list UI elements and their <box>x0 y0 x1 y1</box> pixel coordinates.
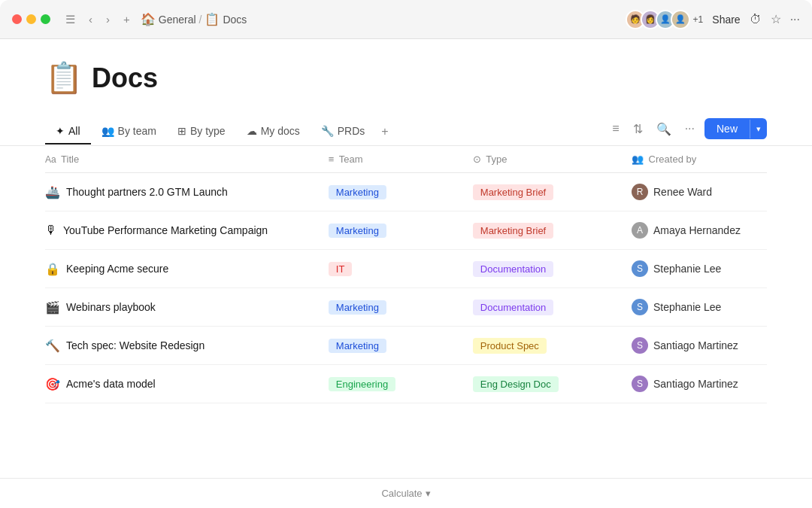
team-tag-3: Marketing <box>329 300 386 315</box>
cell-created-2: S Stephanie Lee <box>623 250 767 288</box>
cell-type-0: Marketing Brief <box>464 173 623 211</box>
star-button[interactable]: ☆ <box>771 12 781 26</box>
creator-avatar-0: R <box>632 184 648 200</box>
tab-prds-label: PRDs <box>338 125 365 137</box>
titlebar-right: 🧑 👩 👤 👤 +1 Share ⏱ ☆ ··· <box>626 10 800 29</box>
breadcrumb-docs[interactable]: Docs <box>223 14 247 26</box>
tab-by-type-icon: ⊞ <box>177 125 186 137</box>
table-header: Aa Title ≡ Team ⊙ Type 👥 Created by <box>45 146 767 173</box>
main-content: 📋 Docs ✦ All 👥 By team ⊞ By type ☁ My do… <box>0 39 812 403</box>
cell-title-0: 🚢 Thought partners 2.0 GTM Launch <box>45 173 320 211</box>
cell-team-2: IT <box>320 250 464 288</box>
cell-created-3: S Stephanie Lee <box>623 288 767 327</box>
type-tag-2: Documentation <box>473 261 553 277</box>
tab-my-docs-icon: ☁ <box>247 125 257 137</box>
row-icon-0: 🚢 <box>45 185 60 199</box>
creator-name-1: Amaya Hernandez <box>653 224 741 236</box>
cell-title-1: 🎙 YouTube Performance Marketing Campaign <box>45 211 320 250</box>
row-icon-1: 🎙 <box>45 224 57 237</box>
page-header: 📋 Docs <box>0 39 812 118</box>
cell-title-3: 🎬 Webinars playbook <box>45 288 320 327</box>
docs-table: Aa Title ≡ Team ⊙ Type 👥 Created by <box>45 146 767 403</box>
page-title: Docs <box>92 62 158 94</box>
row-title-1: YouTube Performance Marketing Campaign <box>63 224 268 236</box>
row-title-0: Thought partners 2.0 GTM Launch <box>66 186 228 198</box>
close-button[interactable] <box>12 14 22 24</box>
tab-prds[interactable]: 🔧 PRDs <box>311 119 376 144</box>
minimize-button[interactable] <box>26 14 36 24</box>
tab-by-team-icon: 👥 <box>102 125 114 137</box>
cell-created-1: A Amaya Hernandez <box>623 211 767 250</box>
table-row[interactable]: 🚢 Thought partners 2.0 GTM Launch Market… <box>45 173 767 211</box>
col-header-type: ⊙ Type <box>464 146 623 173</box>
tab-all[interactable]: ✦ All <box>45 119 91 144</box>
row-title-2: Keeping Acme secure <box>66 263 168 275</box>
traffic-lights <box>12 14 50 24</box>
team-tag-2: IT <box>329 262 353 276</box>
breadcrumb-general[interactable]: General <box>159 14 196 26</box>
cell-created-0: R Renee Ward <box>623 173 767 211</box>
cell-type-5: Eng Design Doc <box>464 365 623 403</box>
avatar-4: 👤 <box>671 10 690 29</box>
type-col-icon: ⊙ <box>473 154 481 165</box>
tab-by-team[interactable]: 👥 By team <box>91 119 167 144</box>
new-button-arrow[interactable]: ▾ <box>750 120 767 138</box>
table-row[interactable]: 🔨 Tech spec: Website Redesign Marketing … <box>45 327 767 365</box>
calculate-button[interactable]: Calculate ▾ <box>381 488 430 499</box>
team-tag-1: Marketing <box>329 224 386 238</box>
cell-team-3: Marketing <box>320 288 464 327</box>
nav-new-button[interactable]: + <box>120 11 133 27</box>
created-col-icon: 👥 <box>632 154 644 165</box>
history-button[interactable]: ⏱ <box>750 13 762 26</box>
sidebar-toggle-button[interactable]: ☰ <box>62 11 78 28</box>
cell-type-2: Documentation <box>464 250 623 288</box>
row-icon-5: 🎯 <box>45 377 60 391</box>
share-button[interactable]: Share <box>712 14 740 26</box>
row-title-3: Webinars playbook <box>66 301 156 313</box>
table-row[interactable]: 🔒 Keeping Acme secure IT Documentation S… <box>45 250 767 288</box>
nav-forward-button[interactable]: › <box>103 11 113 27</box>
creator-name-2: Stephanie Lee <box>653 263 721 275</box>
filter-button[interactable]: ≡ <box>608 120 623 138</box>
breadcrumb-separator: / <box>199 14 202 26</box>
toolbar-right: ≡ ⇅ 🔍 ··· New ▾ <box>608 118 767 145</box>
title-col-icon: Aa <box>45 154 56 165</box>
breadcrumb: 🏠 General / 📋 Docs <box>141 12 618 26</box>
breadcrumb-docs-icon: 📋 <box>205 12 220 26</box>
creator-avatar-2: S <box>632 260 648 277</box>
new-button[interactable]: New ▾ <box>704 118 767 139</box>
tab-all-icon: ✦ <box>56 125 65 137</box>
add-tab-button[interactable]: + <box>375 119 394 144</box>
avatar-count: +1 <box>693 14 704 25</box>
table-row[interactable]: 🎯 Acme's data model Engineering Eng Desi… <box>45 365 767 403</box>
creator-avatar-4: S <box>632 337 648 354</box>
team-tag-4: Marketing <box>329 339 386 353</box>
sort-button[interactable]: ⇅ <box>629 120 647 138</box>
cell-team-5: Engineering <box>320 365 464 403</box>
col-header-title: Aa Title <box>45 146 320 173</box>
more-toolbar-button[interactable]: ··· <box>681 120 698 138</box>
creator-name-5: Santiago Martinez <box>653 378 738 390</box>
cell-title-5: 🎯 Acme's data model <box>45 365 320 403</box>
titlebar: ☰ ‹ › + 🏠 General / 📋 Docs 🧑 👩 👤 👤 +1 Sh… <box>0 0 812 39</box>
team-tag-5: Engineering <box>329 377 395 391</box>
table-row[interactable]: 🎬 Webinars playbook Marketing Documentat… <box>45 288 767 327</box>
breadcrumb-general-icon: 🏠 <box>141 12 156 26</box>
table-row[interactable]: 🎙 YouTube Performance Marketing Campaign… <box>45 211 767 250</box>
tab-prds-icon: 🔧 <box>321 125 334 137</box>
nav-back-button[interactable]: ‹ <box>86 11 95 27</box>
tabs-bar: ✦ All 👥 By team ⊞ By type ☁ My docs 🔧 PR… <box>0 118 812 146</box>
row-icon-4: 🔨 <box>45 339 60 353</box>
table-body: 🚢 Thought partners 2.0 GTM Launch Market… <box>45 173 767 403</box>
tab-my-docs-label: My docs <box>261 125 300 137</box>
table-container: Aa Title ≡ Team ⊙ Type 👥 Created by <box>0 146 812 403</box>
row-title-5: Acme's data model <box>66 378 156 390</box>
tab-my-docs[interactable]: ☁ My docs <box>236 119 311 144</box>
search-button[interactable]: 🔍 <box>653 120 675 138</box>
tab-by-type-label: By type <box>190 125 226 137</box>
footer: Calculate ▾ <box>0 478 812 508</box>
more-options-button[interactable]: ··· <box>790 13 800 26</box>
tab-by-type[interactable]: ⊞ By type <box>167 119 236 144</box>
maximize-button[interactable] <box>41 14 50 24</box>
type-tag-3: Documentation <box>473 300 553 315</box>
